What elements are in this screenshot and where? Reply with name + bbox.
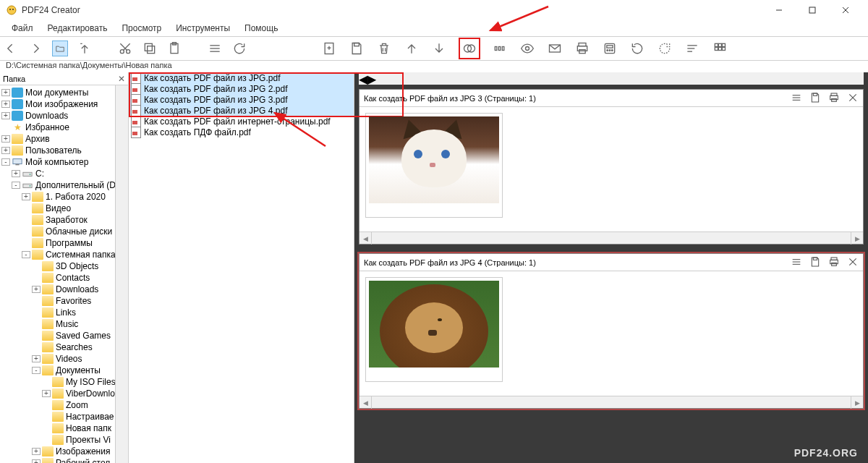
tree-node[interactable]: -Дополнительный (D: (0, 179, 128, 191)
tree-node[interactable]: +Пользователь (0, 145, 128, 156)
merge-button[interactable] (461, 41, 477, 56)
tree-node[interactable]: Music (0, 318, 128, 330)
menu-edit[interactable]: Редактировать (41, 22, 115, 35)
minimize-button[interactable] (762, 0, 796, 20)
new-doc-button[interactable] (321, 41, 337, 56)
sort-button[interactable] (684, 41, 700, 56)
expand-icon[interactable]: - (32, 367, 41, 374)
split-button[interactable] (492, 41, 508, 56)
page-thumbnail[interactable] (365, 113, 503, 218)
scroll-left-icon[interactable]: ◀ (359, 232, 372, 245)
doc-print-icon[interactable] (821, 256, 840, 269)
scroll-left-icon[interactable]: ◀ (359, 396, 372, 409)
expand-icon[interactable]: + (1, 89, 10, 96)
tree-node[interactable]: Links (0, 307, 128, 318)
paste-button[interactable] (166, 41, 182, 56)
scroll-right-icon[interactable]: ▶ (851, 232, 863, 245)
refresh-button[interactable] (231, 41, 247, 56)
tree-node[interactable]: +Архив (0, 133, 128, 145)
folder-button[interactable] (52, 41, 68, 56)
doc-menu-icon[interactable] (783, 92, 802, 105)
tree-node[interactable]: ★Избранное (0, 122, 128, 133)
list-view-button[interactable] (207, 41, 223, 56)
tree-node[interactable]: Облачные диски (0, 226, 128, 237)
grid-view-button[interactable] (712, 41, 728, 56)
tree-node[interactable]: +Рабочий стол (0, 457, 128, 463)
copy-button[interactable] (142, 41, 158, 56)
save-button[interactable] (349, 41, 365, 56)
doc-scrollbar-partial[interactable]: ◀▶ (359, 72, 864, 85)
back-button[interactable] (3, 41, 19, 56)
maximize-button[interactable] (796, 0, 829, 20)
menu-tools[interactable]: Инструменты (169, 22, 237, 35)
menu-view[interactable]: Просмотр (114, 22, 169, 35)
page-thumbnail[interactable] (365, 277, 503, 382)
move-down-button[interactable] (431, 41, 447, 56)
doc-close-icon[interactable] (840, 256, 859, 269)
print-button[interactable] (574, 41, 590, 56)
close-tree-button[interactable]: ✕ (118, 74, 125, 84)
tree-node[interactable]: Проекты Vi (0, 434, 128, 446)
doc-save-icon[interactable] (802, 92, 821, 105)
tree-node[interactable]: +C: (0, 168, 128, 179)
tree-node[interactable]: Favorites (0, 295, 128, 307)
cut-button[interactable] (117, 41, 133, 56)
rotate-right-button[interactable] (657, 41, 673, 56)
tree-node[interactable]: +Изображения (0, 446, 128, 457)
tree-node[interactable]: 3D Objects (0, 260, 128, 272)
tree-node[interactable]: Настраивае (0, 411, 128, 422)
tree-node[interactable]: -Системная папка (0, 249, 128, 260)
tree-node[interactable]: Программы (0, 237, 128, 249)
tree-node[interactable]: +Videos (0, 353, 128, 365)
expand-icon[interactable]: + (1, 112, 10, 119)
tree-node[interactable]: +Мои изображения (0, 98, 128, 110)
expand-icon[interactable]: - (12, 182, 20, 189)
tree-node[interactable]: +ViberDownlo (0, 388, 128, 399)
expand-icon[interactable]: + (12, 170, 20, 177)
document-card[interactable]: Как создать PDF файл из JPG 3 (Страницы:… (359, 89, 864, 245)
tree-node[interactable]: Новая папк (0, 422, 128, 434)
doc-print-icon[interactable] (821, 92, 840, 105)
tree-node[interactable]: +Мои документы (0, 87, 128, 98)
close-button[interactable] (829, 0, 862, 20)
tree-node[interactable]: +1. Работа 2020 (0, 191, 128, 203)
scroll-right-icon[interactable]: ▶ (851, 396, 863, 409)
tree-node[interactable]: +Downloads (0, 110, 128, 122)
expand-icon[interactable]: + (42, 390, 51, 397)
expand-icon[interactable]: + (1, 147, 10, 154)
tree-node[interactable]: -Документы (0, 365, 128, 376)
preview-button[interactable] (519, 41, 535, 56)
tree-node[interactable]: Saved Games (0, 330, 128, 341)
expand-icon[interactable]: + (1, 135, 10, 143)
tree-node[interactable]: Zoom (0, 399, 128, 411)
expand-icon[interactable]: + (32, 448, 41, 455)
expand-icon[interactable]: - (22, 251, 30, 258)
tree-node[interactable]: My ISO Files (0, 376, 128, 388)
up-level-button[interactable] (77, 41, 93, 56)
expand-icon[interactable]: + (32, 459, 41, 463)
doc-close-icon[interactable] (840, 92, 859, 105)
expand-icon[interactable]: + (1, 101, 10, 108)
tree-node[interactable]: -Мой компьютер (0, 156, 128, 168)
tree-node[interactable]: +Downloads (0, 284, 128, 295)
expand-icon[interactable]: + (32, 355, 41, 362)
forward-button[interactable] (27, 41, 43, 56)
fax-button[interactable] (602, 41, 618, 56)
document-scrollbar[interactable]: ◀▶ (359, 232, 863, 244)
tree-node[interactable]: Searches (0, 341, 128, 353)
move-up-button[interactable] (404, 41, 420, 56)
document-card[interactable]: Как создать PDF файл из JPG 4 (Страницы:… (359, 253, 864, 409)
tree-node[interactable]: Contacts (0, 272, 128, 284)
delete-button[interactable] (376, 41, 392, 56)
menu-file[interactable]: Файл (4, 22, 41, 35)
expand-icon[interactable]: - (1, 158, 10, 166)
file-row[interactable]: Как создать PDF файл интернет-страницы.p… (129, 116, 354, 127)
tree-node[interactable]: Заработок (0, 214, 128, 226)
file-row[interactable]: Как создать ПДФ файл.pdf (129, 127, 354, 137)
doc-save-icon[interactable] (802, 256, 821, 269)
rotate-left-button[interactable] (629, 41, 645, 56)
menu-help[interactable]: Помощь (237, 22, 285, 35)
document-scrollbar[interactable]: ◀▶ (359, 396, 863, 408)
email-button[interactable] (547, 41, 563, 56)
expand-icon[interactable]: + (32, 286, 41, 293)
